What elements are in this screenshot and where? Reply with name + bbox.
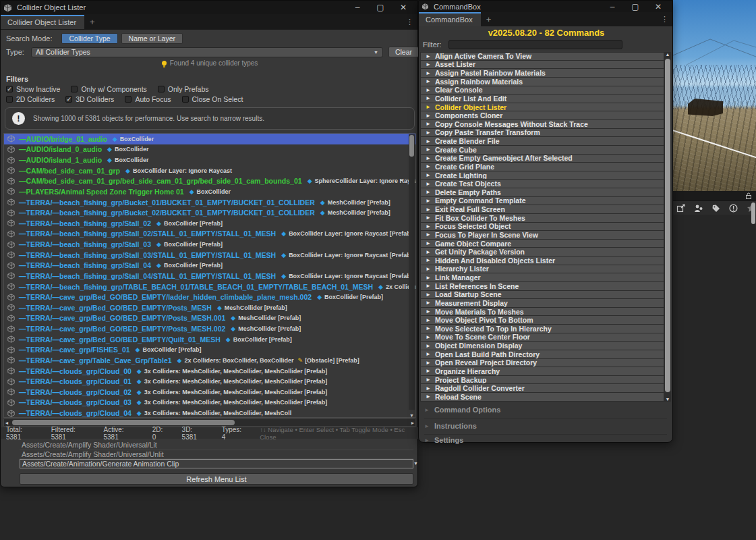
tab-commandbox[interactable]: CommandBox: [419, 12, 481, 26]
maximize-button[interactable]: ▢: [624, 2, 647, 11]
list-item[interactable]: —TERRA/—beach_fishing_grp/Stall_02◆BoxCo…: [4, 218, 415, 229]
checkbox-2d-colliders[interactable]: 2D Colliders: [6, 95, 55, 103]
list-item[interactable]: —CAM/bed_side_cam_01_grp◆BoxCollider Lay…: [4, 165, 415, 176]
list-item[interactable]: —TERRA/—beach_fishing_grp/Stall_04◆BoxCo…: [4, 261, 415, 271]
refresh-menu-list-button[interactable]: Refresh Menu List: [20, 473, 413, 485]
list-item[interactable]: —TERRA/—clouds_grp/Cloud_00◆3x Colliders…: [4, 366, 415, 377]
command-item[interactable]: ►Create Test Objects: [420, 180, 664, 188]
command-item[interactable]: ►Create Blender File: [420, 137, 664, 146]
close-button[interactable]: ✕: [647, 2, 670, 11]
list-item[interactable]: —PLAYERS/Animal Speed Zone Trigger Home …: [4, 186, 415, 197]
tab-menu-icon[interactable]: ⋮: [661, 15, 668, 24]
command-item[interactable]: ►Get Unity Package Version: [420, 248, 664, 256]
command-item[interactable]: ►Asset Lister: [420, 61, 664, 70]
command-item[interactable]: ►Create Grid Plane: [420, 163, 664, 171]
command-item[interactable]: ►Clear Console: [420, 86, 664, 95]
minimize-button[interactable]: –: [601, 2, 624, 11]
command-item[interactable]: ►Link Manager: [420, 273, 664, 282]
command-item[interactable]: ►Focus To Player In Scene View: [420, 231, 664, 240]
list-item[interactable]: —AUDIO/island_0_audio◆BoxCollider: [4, 144, 415, 155]
checkbox-3d-colliders[interactable]: ✓3D Colliders: [65, 95, 114, 103]
scrollbar-thumb[interactable]: [409, 135, 414, 157]
checkbox-show-inactive[interactable]: ✓Show Inactive: [6, 85, 60, 93]
command-item[interactable]: ►Create Empty Gameobject After Selected: [420, 155, 664, 163]
command-item[interactable]: ►Create Cube: [420, 146, 664, 155]
list-item[interactable]: —AUDIO/island_1_audio◆BoxCollider: [4, 155, 415, 165]
checkbox-close-on-select[interactable]: Close On Select: [182, 95, 243, 103]
checkbox-auto-focus[interactable]: Auto Focus: [125, 95, 171, 103]
hscroll-thumb[interactable]: [12, 420, 235, 425]
command-item[interactable]: ►List References In Scene: [420, 282, 664, 291]
scroll-up-icon[interactable]: ▲: [664, 52, 671, 57]
command-item[interactable]: ►Fit Box Collider To Meshes: [420, 214, 664, 223]
command-item[interactable]: ►Create Lighting: [420, 171, 664, 180]
command-item[interactable]: ►Open Last Build Path Directory: [420, 350, 664, 359]
command-item[interactable]: ►Ragdoll Collider Converter: [420, 384, 664, 393]
command-item[interactable]: ►Reload Scene: [420, 393, 664, 402]
command-item[interactable]: ►Collider Object Lister: [420, 103, 664, 112]
command-item[interactable]: ►Exit Real Full Screen: [420, 205, 664, 214]
list-item[interactable]: —TERRA/—clouds_grp/Cloud_01◆3x Colliders…: [4, 376, 415, 387]
window-titlebar[interactable]: Collider Object Lister – ▢ ✕: [1, 1, 417, 14]
menu-scroll-down-icon[interactable]: ▼: [413, 461, 418, 466]
list-item[interactable]: —TERRA/—cave_grp/Table_Cave_Grp/Table1◆2…: [4, 355, 415, 366]
foldout-instructions[interactable]: ► Instructions: [424, 422, 667, 435]
command-item[interactable]: ►Organize Hierarchy: [420, 367, 664, 376]
command-item[interactable]: ►Assign Pastel Rainbow Materials: [420, 69, 664, 78]
add-tab-button[interactable]: +: [486, 14, 492, 24]
command-item[interactable]: ►Hidden And Disabled Objects Lister: [420, 256, 664, 265]
command-item[interactable]: ►Move Object Pivot To Bottom: [420, 316, 664, 325]
minimize-button[interactable]: –: [346, 3, 369, 12]
list-item[interactable]: —TERRA/—clouds_grp/Cloud_04◆3x Colliders…: [4, 408, 415, 418]
list-vertical-scrollbar[interactable]: ▼: [409, 134, 415, 410]
command-item[interactable]: ►Empty Command Template: [420, 197, 664, 206]
scroll-right-icon[interactable]: ►: [410, 421, 415, 425]
checkbox-only-w-components[interactable]: Only w/ Components: [71, 85, 146, 93]
command-item[interactable]: ►Move Materials To Meshes: [420, 308, 664, 317]
menu-item[interactable]: Assets/Create/Amplify Shader/Universal/U…: [20, 450, 413, 460]
list-item[interactable]: —TERRA/—cave_grp/Bed_GO/BED_EMPTY/Quilt_…: [4, 334, 415, 345]
list-item[interactable]: —TERRA/—beach_fishing_grp/Stall_04/STALL…: [4, 271, 415, 281]
menu-item[interactable]: Assets/Create/Amplify Shader/Universal/L…: [20, 441, 413, 450]
command-item[interactable]: ►Copy Paste Transfer Transform: [420, 129, 664, 138]
list-item[interactable]: —CAM/bed_side_cam_01_grp/bed_side_cam_01…: [4, 176, 415, 187]
list-item[interactable]: —TERRA/—clouds_grp/Cloud_03◆3x Colliders…: [4, 398, 415, 408]
command-item[interactable]: ►Object Dimension Display: [420, 342, 664, 350]
inspector-scrollbar[interactable]: [751, 202, 755, 224]
command-item[interactable]: ►Game Object Compare: [420, 240, 664, 248]
command-item[interactable]: ►Move To Scene Center Floor: [420, 333, 664, 342]
add-tab-button[interactable]: +: [90, 17, 95, 27]
command-item[interactable]: ►Focus Selected Object: [420, 223, 664, 232]
maximize-button[interactable]: ▢: [369, 3, 392, 12]
scroll-down-icon[interactable]: ▼: [409, 413, 415, 418]
list-item[interactable]: —TERRA/—beach_fishing_grp/Stall_03/STALL…: [4, 250, 415, 261]
scroll-left-icon[interactable]: ◄: [4, 421, 9, 425]
collider-type-dropdown[interactable]: All Collider Types ▼: [31, 47, 383, 57]
list-item[interactable]: —TERRA/—cave_grp/FISHES_01◆BoxCollider […: [4, 345, 415, 356]
command-item[interactable]: ►Collider List And Edit: [420, 94, 664, 103]
list-item[interactable]: —TERRA/—beach_fishing_grp/Bucket_02/BUCK…: [4, 207, 415, 218]
alert-icon[interactable]: [729, 204, 738, 213]
filter-input[interactable]: [448, 40, 622, 49]
window-titlebar[interactable]: CommandBox – ▢ ✕: [419, 1, 672, 12]
scrollbar-thumb[interactable]: [665, 59, 670, 392]
list-item[interactable]: —TERRA/—cave_grp/Bed_GO/BED_EMPTY/Posts_…: [4, 323, 415, 334]
command-item[interactable]: ►Delete Empty Paths: [420, 188, 664, 197]
foldout-command-options[interactable]: ► Command Options: [424, 406, 667, 418]
avatar-icon[interactable]: [694, 204, 703, 213]
unlock-icon[interactable]: [745, 192, 753, 200]
command-item[interactable]: ►Components Cloner: [420, 111, 664, 120]
list-item[interactable]: —TERRA/—beach_fishing_grp/Bucket_01/BUCK…: [4, 197, 415, 208]
tab-menu-icon[interactable]: ⋮: [406, 18, 413, 26]
command-item[interactable]: ►Measurement Display: [420, 299, 664, 308]
command-item[interactable]: ►Copy Console Messages Without Stack Tra…: [420, 120, 664, 129]
tag-icon[interactable]: [711, 204, 721, 213]
list-item[interactable]: —TERRA/—cave_grp/Bed_GO/BED_EMPTY/Posts_…: [4, 313, 415, 324]
checkbox-only-prefabs[interactable]: Only Prefabs: [158, 85, 209, 93]
close-button[interactable]: ✕: [392, 3, 415, 12]
list-item[interactable]: —AUDIO/bridge_01_audio◆BoxCollider: [4, 134, 415, 144]
list-item[interactable]: —TERRA/—cave_grp/Bed_GO/BED_EMPTY/ladder…: [4, 292, 415, 302]
command-item[interactable]: ►Hierarchy Lister: [420, 265, 664, 274]
popout-icon[interactable]: [676, 204, 686, 213]
list-item[interactable]: —TERRA/—beach_fishing_grp/Stall_02/STALL…: [4, 229, 415, 240]
